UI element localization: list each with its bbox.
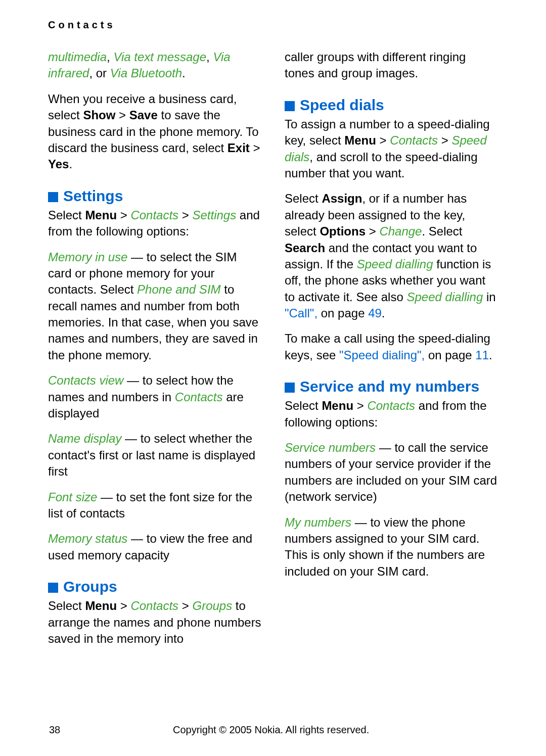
ui-action-text: Show bbox=[83, 108, 115, 122]
content-columns: multimedia, Via text message, Via infrar… bbox=[48, 49, 498, 709]
text: . bbox=[69, 157, 72, 171]
right-column: caller groups with different ringing ton… bbox=[285, 49, 498, 709]
ui-action-text: Search bbox=[285, 241, 325, 255]
ui-path-text: Contacts bbox=[367, 399, 415, 412]
option-name: Name display bbox=[48, 432, 121, 445]
text: > bbox=[115, 108, 129, 122]
paragraph: Select Menu > Contacts > Groups to arran… bbox=[48, 598, 261, 647]
text: Select bbox=[48, 599, 85, 612]
paragraph: Memory in use — to select the SIM card o… bbox=[48, 249, 261, 364]
paragraph: My numbers — to view the phone numbers a… bbox=[285, 514, 498, 580]
text: . Select bbox=[422, 224, 462, 238]
text: > bbox=[178, 599, 192, 612]
text: on page bbox=[425, 348, 475, 362]
text: on page bbox=[317, 306, 368, 320]
ui-action-text: Menu bbox=[344, 133, 376, 147]
option-name: My numbers bbox=[285, 515, 351, 529]
paragraph: Contacts view — to select how the names … bbox=[48, 372, 261, 421]
page-number: 38 bbox=[49, 724, 60, 736]
page-reference-link[interactable]: 11 bbox=[475, 348, 489, 362]
ui-path-text: multimedia bbox=[48, 50, 107, 64]
option-name: Service numbers bbox=[285, 441, 376, 454]
paragraph: Service numbers — to call the service nu… bbox=[285, 440, 498, 505]
option-name: Contacts view bbox=[48, 373, 123, 387]
ui-path-text: Via text message bbox=[113, 50, 206, 64]
paragraph: multimedia, Via text message, Via infrar… bbox=[48, 49, 261, 82]
ui-action-text: Assign bbox=[322, 192, 362, 205]
text: , bbox=[206, 50, 213, 64]
paragraph: To make a call using the speed-dialing k… bbox=[285, 330, 498, 363]
ui-action-text: Save bbox=[129, 108, 158, 122]
text: > bbox=[117, 599, 130, 612]
square-bullet-icon bbox=[48, 192, 58, 202]
ui-path-text: Via Bluetooth bbox=[110, 66, 182, 80]
heading-service-and-my-numbers: Service and my numbers bbox=[285, 377, 498, 396]
left-column: multimedia, Via text message, Via infrar… bbox=[48, 49, 261, 709]
text: > bbox=[438, 133, 451, 147]
cross-reference-link[interactable]: "Speed dialing", bbox=[339, 348, 425, 362]
ui-action-text: Options bbox=[320, 224, 366, 238]
square-bullet-icon bbox=[285, 383, 295, 393]
running-header: Contacts bbox=[48, 19, 498, 31]
page-reference-link[interactable]: 49 bbox=[368, 306, 382, 320]
page-container: Contacts multimedia, Via text message, V… bbox=[0, 0, 546, 756]
ui-path-text: Speed dialling bbox=[357, 257, 433, 271]
ui-action-text: Yes bbox=[48, 157, 69, 171]
ui-path-text: Settings bbox=[192, 208, 236, 222]
heading-text: Speed dials bbox=[300, 96, 384, 114]
option-name: Memory status bbox=[48, 532, 127, 545]
text: Select bbox=[285, 399, 322, 412]
option-name: Font size bbox=[48, 490, 97, 504]
square-bullet-icon bbox=[285, 101, 295, 111]
page-footer: 38 Copyright © 2005 Nokia. All rights re… bbox=[48, 724, 498, 736]
ui-path-text: Speed dialling bbox=[406, 290, 483, 304]
paragraph: Select Menu > Contacts > Settings and fr… bbox=[48, 207, 261, 240]
ui-path-text: Contacts bbox=[130, 599, 178, 612]
text: . bbox=[382, 306, 385, 320]
ui-path-text: Contacts bbox=[175, 390, 223, 404]
text: > bbox=[117, 208, 130, 222]
heading-speed-dials: Speed dials bbox=[285, 96, 498, 114]
option-name: Memory in use bbox=[48, 250, 127, 264]
heading-groups: Groups bbox=[48, 578, 261, 596]
paragraph: Select Assign, or if a number has alread… bbox=[285, 191, 498, 321]
heading-text: Service and my numbers bbox=[300, 377, 479, 396]
text: . bbox=[489, 348, 492, 362]
text: , and scroll to the speed-dialing number… bbox=[285, 150, 478, 180]
text: , or bbox=[89, 66, 110, 80]
heading-settings: Settings bbox=[48, 187, 261, 205]
copyright-text: Copyright © 2005 Nokia. All rights reser… bbox=[60, 724, 482, 736]
paragraph: Select Menu > Contacts and from the foll… bbox=[285, 398, 498, 431]
paragraph: To assign a number to a speed-dialing ke… bbox=[285, 116, 498, 182]
text: > bbox=[376, 133, 390, 147]
paragraph: When you receive a business card, select… bbox=[48, 91, 261, 173]
ui-action-text: Menu bbox=[322, 399, 353, 412]
ui-action-text: Exit bbox=[228, 141, 250, 155]
ui-path-text: Change bbox=[379, 224, 422, 238]
square-bullet-icon bbox=[48, 583, 58, 593]
ui-action-text: Menu bbox=[85, 208, 117, 222]
text: , bbox=[107, 50, 113, 64]
text: > bbox=[353, 399, 367, 412]
ui-path-text: Contacts bbox=[130, 208, 178, 222]
text: > bbox=[250, 141, 260, 155]
ui-action-text: Menu bbox=[85, 599, 117, 612]
heading-text: Settings bbox=[63, 187, 123, 205]
ui-path-text: Groups bbox=[192, 599, 232, 612]
text: in bbox=[483, 290, 495, 304]
cross-reference-link[interactable]: "Call", bbox=[285, 306, 317, 320]
ui-path-text: Contacts bbox=[390, 133, 438, 147]
paragraph: Name display — to select whether the con… bbox=[48, 431, 261, 480]
text: . bbox=[182, 66, 186, 80]
paragraph: Memory status — to view the free and use… bbox=[48, 531, 261, 563]
paragraph: caller groups with different ringing ton… bbox=[285, 49, 498, 82]
text: > bbox=[366, 224, 379, 238]
text: Select bbox=[48, 208, 85, 222]
ui-path-text: Phone and SIM bbox=[137, 282, 220, 296]
text: Select bbox=[285, 192, 322, 205]
heading-text: Groups bbox=[63, 578, 117, 596]
paragraph: Font size — to set the font size for the… bbox=[48, 489, 261, 522]
text: > bbox=[178, 208, 192, 222]
